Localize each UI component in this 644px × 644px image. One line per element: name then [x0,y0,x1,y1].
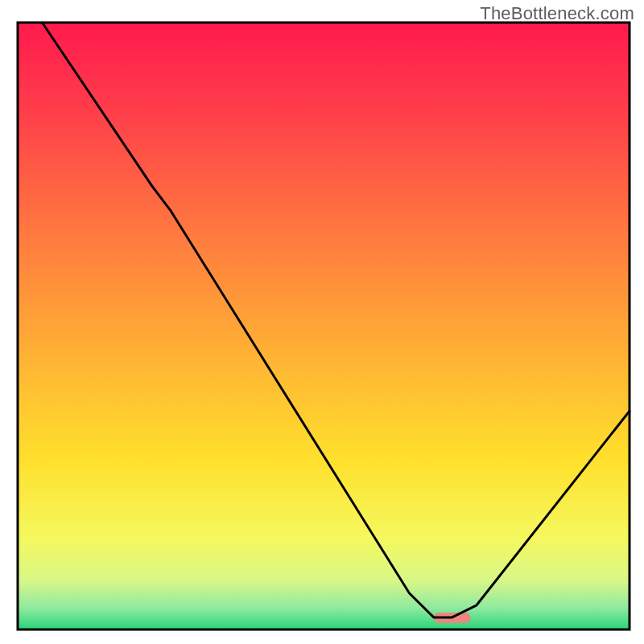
watermark-text: TheBottleneck.com [480,3,634,24]
plot-background [18,23,630,630]
chart-container: TheBottleneck.com [0,0,644,644]
bottleneck-chart [0,0,644,644]
